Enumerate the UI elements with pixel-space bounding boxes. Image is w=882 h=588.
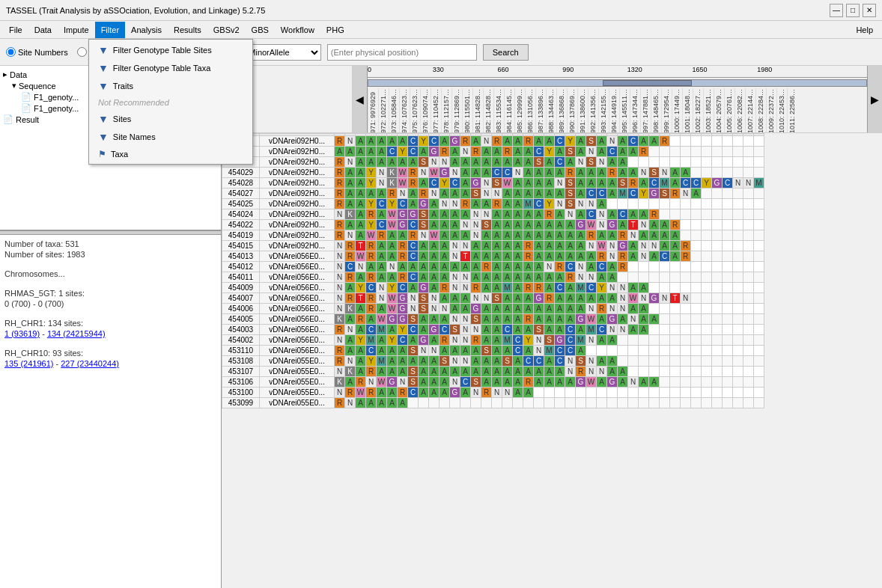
cell-base: C	[565, 335, 576, 346]
slider-thumb[interactable]	[603, 80, 693, 86]
cell-base: S	[618, 178, 628, 189]
cell-base	[670, 157, 681, 168]
cell-base	[691, 283, 702, 293]
minimize-button[interactable]: —	[830, 4, 843, 17]
cell-base: T	[356, 293, 366, 304]
chr-rh1-link-end[interactable]: 134 (24215944)	[47, 329, 106, 338]
cell-base: A	[544, 157, 555, 168]
cell-name: vDNArei092H0...	[260, 209, 335, 220]
cell-base	[712, 189, 723, 199]
cell-base	[733, 136, 743, 147]
not-recommended-label: Not Recommended	[89, 95, 252, 110]
cell-base: A	[429, 241, 440, 251]
menu-analysis[interactable]: Analysis	[125, 22, 168, 38]
chr-rhmas: RHMAS_5GT: 1 sites:	[4, 289, 216, 298]
filter-taxa-item[interactable]: ▼ Filter Genotype Table Taxa	[89, 59, 252, 77]
cell-base	[607, 346, 618, 356]
cell-base	[754, 272, 764, 283]
cell-base: A	[356, 346, 366, 356]
cell-base	[702, 304, 712, 314]
radio-site-numbers[interactable]: Site Numbers	[6, 47, 68, 57]
chr-rh10-link-start[interactable]: 135 (241961)	[4, 359, 53, 368]
cell-base	[723, 283, 733, 293]
cell-base	[670, 335, 681, 346]
menu-workflow[interactable]: Workflow	[275, 22, 320, 38]
position-search-input[interactable]	[327, 44, 477, 61]
cell-base: Y	[419, 136, 429, 147]
filter-site-names-item[interactable]: ▼ Site Names	[89, 128, 252, 146]
cell-base	[743, 398, 754, 408]
nav-left-button[interactable]: ◀	[353, 66, 368, 132]
cell-base	[681, 356, 691, 367]
cell-base	[743, 251, 754, 262]
cell-base: A	[356, 325, 366, 335]
col-header-15: 986: 13105602	[525, 88, 535, 132]
cell-base	[639, 157, 649, 168]
cell-base	[408, 398, 419, 408]
genotype-table-container[interactable]: 454034vDNArei092H0...RNAAAAACYCAGRANRAAR…	[222, 133, 882, 588]
cell-base: A	[628, 209, 639, 220]
cell-base	[670, 388, 681, 398]
menu-results[interactable]: Results	[168, 22, 207, 38]
cell-base: A	[523, 304, 534, 314]
cell-base: M	[576, 335, 586, 346]
cell-base: R	[366, 209, 377, 220]
cell-base: N	[586, 147, 597, 157]
cell-base: A	[492, 220, 502, 230]
cell-base: A	[513, 304, 523, 314]
cell-base	[670, 314, 681, 325]
ruler-mark-1980: 1980	[757, 66, 772, 73]
close-button[interactable]: ✕	[863, 4, 876, 17]
cell-base: A	[492, 346, 502, 356]
chr-rh10-link-end[interactable]: 227 (23440244)	[61, 359, 119, 368]
cell-base	[586, 398, 597, 408]
cell-base: A	[387, 367, 398, 377]
cell-base: A	[565, 241, 576, 251]
cell-base: C	[534, 147, 544, 157]
cell-base	[639, 335, 649, 346]
search-button[interactable]: Search	[483, 44, 529, 61]
cell-base: A	[639, 325, 649, 335]
cell-base: A	[429, 388, 440, 398]
cell-base: N	[460, 335, 471, 346]
cell-base: G	[429, 325, 440, 335]
cell-base	[691, 314, 702, 325]
table-row: 454032vDNArei092H0...RNAAAAAASNNAAAAAAAA…	[222, 157, 764, 168]
cell-base: A	[544, 189, 555, 199]
menu-gbsv2[interactable]: GBSv2	[207, 22, 246, 38]
cell-base: C	[555, 157, 565, 168]
cell-base: C	[502, 325, 513, 335]
cell-base: A	[481, 272, 492, 283]
menu-gbs[interactable]: GBS	[246, 22, 275, 38]
filter-sites-sub-item[interactable]: ▼ Sites	[89, 110, 252, 128]
menu-filter[interactable]: Filter	[95, 22, 125, 38]
filter-traits-item[interactable]: ▼ Traits	[89, 77, 252, 95]
menu-help[interactable]: Help	[850, 22, 879, 38]
menu-data[interactable]: Data	[28, 22, 58, 38]
cell-base	[649, 147, 660, 157]
filter-taxa-sub-item[interactable]: ⚑ Taxa	[89, 146, 252, 162]
menu-phg[interactable]: PHG	[320, 22, 350, 38]
cell-base: R	[335, 398, 345, 408]
nav-right-button[interactable]: ▶	[867, 66, 882, 132]
cell-base	[471, 398, 481, 408]
position-slider[interactable]	[368, 79, 867, 87]
menu-file[interactable]: File	[3, 22, 28, 38]
cell-base: R	[335, 136, 345, 147]
cell-base: A	[356, 367, 366, 377]
cell-base: A	[523, 325, 534, 335]
chr-rh1-link-start[interactable]: 1 (93619)	[4, 329, 40, 338]
cell-base: A	[492, 335, 502, 346]
cell-base: A	[377, 367, 387, 377]
col-header-9: 980: 11550114	[462, 88, 472, 132]
cell-base: A	[534, 314, 544, 325]
col-header-10: 981: 11482876	[472, 88, 483, 132]
cell-base	[702, 346, 712, 356]
cell-base: A	[607, 157, 618, 168]
filter-sites-item[interactable]: ▼ Filter Genotype Table Sites	[89, 41, 252, 59]
cell-base: Y	[398, 147, 408, 157]
maximize-button[interactable]: □	[846, 4, 860, 17]
cell-base: G	[398, 304, 408, 314]
menu-impute[interactable]: Impute	[58, 22, 95, 38]
cell-base: S	[586, 157, 597, 168]
